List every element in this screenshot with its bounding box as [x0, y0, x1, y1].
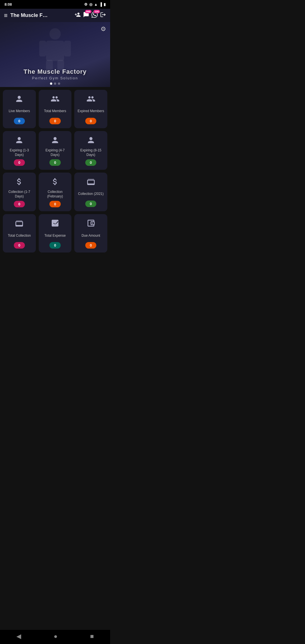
expiring-8-15-card[interactable]: Expiring (8-15 Days) 0: [74, 131, 107, 170]
add-member-button[interactable]: [75, 12, 81, 19]
collection-1-7-value: 0: [14, 201, 25, 207]
hero-dot-3[interactable]: [58, 82, 60, 85]
hero-title: The Muscle Factory: [23, 68, 86, 75]
app-title: The Muscle F…: [10, 12, 72, 18]
logout-button[interactable]: [100, 12, 106, 19]
total-members-icon: [51, 94, 60, 105]
total-expense-label: Total Expense: [44, 231, 66, 240]
total-members-card[interactable]: Total Members 0: [39, 90, 72, 128]
collection-2021-icon: [86, 177, 95, 188]
status-bar: 8:08 ⚙ ◎ ▲ ▐ ▮: [0, 0, 110, 9]
battery-icon: ▮: [104, 2, 106, 6]
expiring-4-7-value: 0: [49, 159, 60, 166]
live-members-value: 0: [14, 118, 25, 124]
hero-settings-button[interactable]: ⚙: [101, 25, 106, 33]
collection-1-7-card[interactable]: Collection (1-7 Days) 0: [3, 173, 36, 211]
hero-dot-1[interactable]: [50, 82, 52, 85]
expiring-8-15-icon: [86, 136, 95, 146]
wifi-icon: ▲: [94, 2, 98, 6]
hero-dots: [50, 82, 60, 85]
live-members-label: Live Members: [9, 107, 30, 116]
live-members-icon: [15, 94, 24, 105]
expired-members-icon: [86, 94, 95, 105]
collection-february-card[interactable]: Collection (February) 0: [39, 173, 72, 211]
due-amount-label: Due Amount: [82, 231, 100, 240]
total-collection-value: 0: [14, 242, 25, 249]
due-amount-icon: [86, 219, 95, 229]
expiring-1-3-icon: [15, 136, 24, 146]
total-members-value: 0: [49, 118, 60, 124]
total-members-label: Total Members: [44, 107, 66, 116]
expired-members-label: Expired Members: [78, 107, 104, 116]
expiring-1-3-label: Expiring (1-3 Days): [6, 148, 33, 157]
messages-badge: 998: [85, 10, 91, 13]
whatsapp-badge: 100: [93, 10, 100, 13]
recents-button[interactable]: ■: [90, 633, 94, 640]
back-button[interactable]: ◀: [16, 633, 21, 640]
collection-february-label: Collection (February): [42, 190, 69, 199]
expiring-8-15-value: 0: [85, 159, 96, 166]
messages-button[interactable]: 998: [83, 12, 89, 19]
total-collection-label: Total Collection: [8, 231, 31, 240]
total-collection-icon: [15, 219, 24, 229]
collection-february-value: 0: [49, 201, 60, 207]
expiring-1-3-value: 0: [14, 159, 25, 166]
total-expense-value: 0: [49, 242, 60, 249]
expired-members-value: 0: [85, 118, 96, 124]
signal-icon: ▐: [99, 2, 102, 6]
hero-banner: ⚙ The Muscle Factory Perfect Gym Solutio…: [0, 22, 110, 87]
status-icons: ⚙ ◎ ▲ ▐ ▮: [84, 2, 106, 6]
total-expense-card[interactable]: Total Expense 0: [39, 214, 72, 253]
toolbar: ≡ The Muscle F… 998 100: [0, 9, 110, 22]
settings-status-icon: ⚙: [84, 2, 88, 6]
expiring-8-15-label: Expiring (8-15 Days): [77, 148, 104, 157]
svg-point-0: [49, 28, 61, 40]
due-amount-value: 0: [85, 242, 96, 249]
collection-february-icon: [51, 177, 60, 188]
collection-2021-value: 0: [85, 201, 96, 207]
due-amount-card[interactable]: Due Amount 0: [74, 214, 107, 253]
status-time: 8:08: [5, 2, 12, 6]
collection-1-7-icon: [15, 177, 24, 188]
svg-rect-3: [64, 41, 71, 56]
expiring-4-7-icon: [51, 136, 60, 146]
expiring-4-7-label: Expiring (4-7 Days): [42, 148, 69, 157]
svg-rect-1: [46, 41, 64, 61]
menu-button[interactable]: ≡: [4, 12, 8, 19]
hero-dot-2[interactable]: [54, 82, 56, 85]
expired-members-card[interactable]: Expired Members 0: [74, 90, 107, 128]
expiring-1-3-card[interactable]: Expiring (1-3 Days) 0: [3, 131, 36, 170]
collection-2021-label: Collection (2021): [78, 190, 104, 198]
collection-2021-card[interactable]: Collection (2021) 0: [74, 173, 107, 211]
live-members-card[interactable]: Live Members 0: [3, 90, 36, 128]
hero-subtitle: Perfect Gym Solution: [23, 76, 86, 80]
total-collection-card[interactable]: Total Collection 0: [3, 214, 36, 253]
svg-point-6: [92, 223, 93, 224]
svg-rect-2: [39, 41, 46, 56]
whatsapp-button[interactable]: 100: [91, 12, 98, 19]
location-status-icon: ◎: [89, 2, 92, 6]
bottom-nav: ◀ ● ■: [0, 630, 110, 644]
home-button[interactable]: ●: [54, 633, 57, 640]
hero-figure: [30, 25, 80, 70]
collection-1-7-label: Collection (1-7 Days): [6, 190, 33, 199]
toolbar-actions: 998 100: [75, 12, 106, 19]
hero-text: The Muscle Factory Perfect Gym Solution: [23, 68, 86, 80]
total-expense-icon: [51, 219, 60, 229]
expiring-4-7-card[interactable]: Expiring (4-7 Days) 0: [39, 131, 72, 170]
dashboard-grid: Live Members 0 Total Members 0 Expired M…: [0, 87, 110, 253]
